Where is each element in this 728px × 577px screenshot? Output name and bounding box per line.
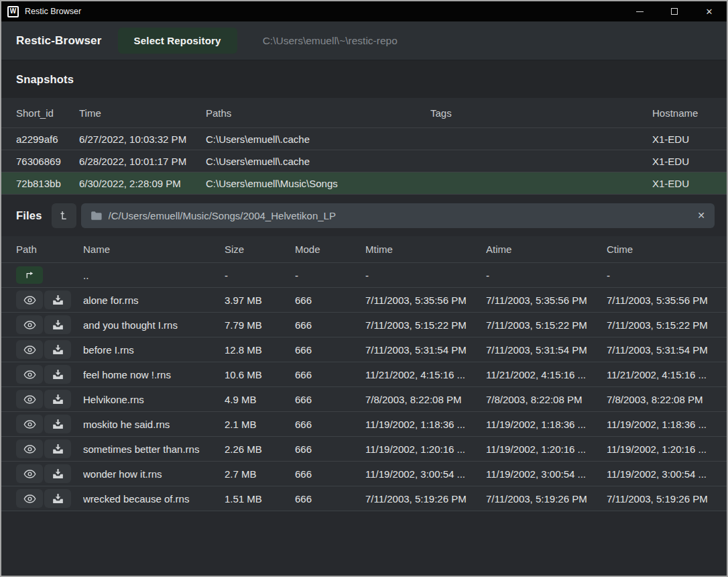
column-header-paths: Paths bbox=[206, 107, 430, 119]
preview-file-button[interactable] bbox=[16, 340, 43, 359]
snapshot-short-id: 76306869 bbox=[16, 156, 79, 167]
snapshots-table-body: a2299af6 6/27/2022, 10:03:32 PM C:\Users… bbox=[1, 127, 727, 195]
download-icon bbox=[52, 493, 64, 504]
empty-area bbox=[1, 511, 727, 576]
snapshot-hostname: X1-EDU bbox=[652, 178, 712, 189]
clear-path-icon[interactable]: ✕ bbox=[697, 211, 705, 220]
file-mtime: 7/11/2003, 5:19:26 PM bbox=[365, 493, 486, 505]
column-header-hostname: Hostname bbox=[652, 107, 712, 119]
file-mtime: 11/19/2002, 1:20:16 ... bbox=[365, 443, 486, 455]
select-repository-button[interactable]: Select Repository bbox=[118, 28, 237, 54]
file-row-actions bbox=[16, 365, 83, 384]
preview-file-button[interactable] bbox=[16, 390, 43, 409]
column-header-path: Path bbox=[16, 244, 83, 255]
file-row-actions bbox=[16, 489, 83, 508]
titlebar: W Restic Browser ✕ bbox=[1, 1, 727, 21]
column-header-size: Size bbox=[225, 244, 295, 255]
download-file-button[interactable] bbox=[44, 365, 71, 384]
download-file-button[interactable] bbox=[44, 464, 71, 483]
file-mode: 666 bbox=[295, 493, 365, 505]
download-file-button[interactable] bbox=[44, 390, 71, 409]
snapshot-time: 6/27/2022, 10:03:32 PM bbox=[79, 134, 206, 145]
snapshots-section-header: Snapshots bbox=[1, 60, 727, 98]
snapshot-row[interactable]: a2299af6 6/27/2022, 10:03:32 PM C:\Users… bbox=[1, 127, 727, 150]
file-mode: 666 bbox=[295, 369, 365, 380]
download-file-button[interactable] bbox=[44, 439, 71, 458]
download-icon bbox=[52, 468, 64, 479]
snapshots-table-header: Short_id Time Paths Tags Hostname bbox=[1, 98, 727, 127]
download-file-button[interactable] bbox=[44, 415, 71, 433]
file-name: before I.rns bbox=[83, 344, 225, 356]
file-name: and you thought I.rns bbox=[83, 319, 225, 331]
snapshot-row[interactable]: 76306869 6/28/2022, 10:01:17 PM C:\Users… bbox=[1, 150, 727, 172]
file-name: moskito he said.rns bbox=[83, 419, 225, 430]
file-name: wonder how it.rns bbox=[83, 468, 225, 480]
file-name: Helvikone.rns bbox=[83, 394, 225, 405]
file-mode: 666 bbox=[295, 319, 365, 331]
file-mtime: 7/8/2003, 8:22:08 PM bbox=[365, 394, 486, 405]
file-name: sometimes better than.rns bbox=[83, 443, 225, 455]
tree-view-toggle-button[interactable] bbox=[52, 203, 76, 228]
preview-file-button[interactable] bbox=[16, 489, 43, 508]
file-name: feel home now !.rns bbox=[83, 369, 225, 380]
download-file-button[interactable] bbox=[44, 340, 71, 359]
file-size: 2.7 MB bbox=[225, 468, 295, 480]
preview-file-button[interactable] bbox=[16, 291, 43, 309]
download-file-button[interactable] bbox=[44, 315, 71, 334]
file-row-actions bbox=[16, 390, 83, 409]
file-atime: 7/8/2003, 8:22:08 PM bbox=[486, 394, 607, 405]
file-mtime: 7/11/2003, 5:15:22 PM bbox=[365, 319, 486, 331]
column-header-name: Name bbox=[83, 244, 225, 255]
snapshot-hostname: X1-EDU bbox=[652, 134, 712, 145]
file-ctime: - bbox=[607, 270, 712, 281]
window-controls: ✕ bbox=[622, 1, 727, 21]
column-header-mode: Mode bbox=[295, 244, 365, 255]
go-to-parent-button[interactable] bbox=[16, 266, 43, 284]
files-section-header: Files /C/Users/emuell/Music/Songs/2004_H… bbox=[1, 195, 727, 236]
download-file-button[interactable] bbox=[44, 291, 71, 309]
snapshot-hostname: X1-EDU bbox=[652, 156, 712, 167]
snapshot-paths: C:\Users\emuell\.cache bbox=[206, 134, 430, 145]
preview-file-button[interactable] bbox=[16, 415, 43, 433]
maximize-button[interactable] bbox=[657, 1, 692, 21]
file-ctime: 7/11/2003, 5:31:54 PM bbox=[607, 344, 712, 356]
minimize-button[interactable] bbox=[622, 1, 657, 21]
repository-path: C:\Users\emuell\~\restic-repo bbox=[263, 35, 398, 47]
snapshot-paths: C:\Users\emuell\Music\Songs bbox=[206, 178, 430, 189]
file-size: 12.8 MB bbox=[225, 344, 295, 356]
file-row: wonder how it.rns 2.7 MB 666 11/19/2002,… bbox=[1, 462, 727, 486]
column-header-ctime: Ctime bbox=[607, 244, 712, 255]
file-atime: 7/11/2003, 5:31:54 PM bbox=[486, 344, 607, 356]
file-size: 4.9 MB bbox=[225, 394, 295, 405]
file-ctime: 11/21/2002, 4:15:16 ... bbox=[607, 369, 712, 380]
file-row: Helvikone.rns 4.9 MB 666 7/8/2003, 8:22:… bbox=[1, 387, 727, 412]
file-mode: 666 bbox=[295, 419, 365, 430]
breadcrumb: /C/Users/emuell/Music/Songs/2004_Helveti… bbox=[81, 203, 715, 228]
snapshot-paths: C:\Users\emuell\.cache bbox=[206, 156, 430, 167]
file-atime: 11/19/2002, 1:20:16 ... bbox=[486, 443, 607, 455]
close-window-icon: ✕ bbox=[706, 7, 713, 16]
file-row-actions bbox=[16, 315, 83, 334]
close-window-button[interactable]: ✕ bbox=[692, 1, 727, 21]
eye-icon bbox=[23, 469, 36, 479]
file-mode: - bbox=[295, 270, 365, 281]
preview-file-button[interactable] bbox=[16, 365, 43, 384]
file-size: 10.6 MB bbox=[225, 369, 295, 380]
file-ctime: 11/19/2002, 1:18:36 ... bbox=[607, 419, 712, 430]
preview-file-button[interactable] bbox=[16, 464, 43, 483]
file-size: 1.51 MB bbox=[225, 493, 295, 505]
file-mtime: 11/19/2002, 3:00:54 ... bbox=[365, 468, 486, 480]
eye-icon bbox=[23, 370, 36, 380]
file-mode: 666 bbox=[295, 468, 365, 480]
preview-file-button[interactable] bbox=[16, 315, 43, 334]
file-mtime: 11/19/2002, 1:18:36 ... bbox=[365, 419, 486, 430]
download-file-button[interactable] bbox=[44, 489, 71, 508]
file-ctime: 7/11/2003, 5:19:26 PM bbox=[607, 493, 712, 505]
snapshot-short-id: 72b813bb bbox=[16, 178, 79, 189]
file-row: feel home now !.rns 10.6 MB 666 11/21/20… bbox=[1, 362, 727, 387]
titlebar-left: W Restic Browser bbox=[1, 6, 81, 17]
download-icon bbox=[52, 394, 64, 405]
snapshot-row[interactable]: 72b813bb 6/30/2022, 2:28:09 PM C:\Users\… bbox=[1, 172, 727, 194]
preview-file-button[interactable] bbox=[16, 439, 43, 458]
download-icon bbox=[52, 369, 64, 380]
